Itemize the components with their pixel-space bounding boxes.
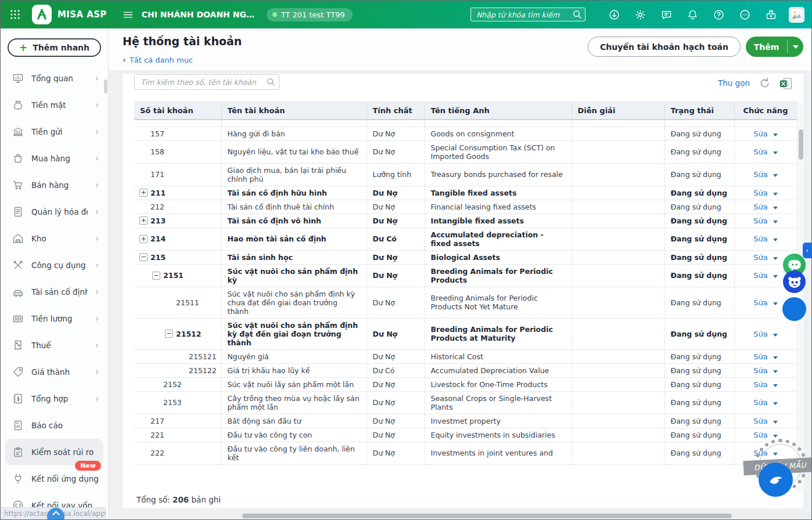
expand-toggle[interactable]: +: [139, 189, 148, 197]
column-header-6[interactable]: Chức năng: [734, 102, 797, 120]
column-header-0[interactable]: Số tài khoản: [134, 102, 221, 120]
edit-dropdown-caret[interactable]: [773, 421, 778, 424]
notifications-icon[interactable]: [685, 7, 700, 22]
edit-link[interactable]: Sửa: [753, 352, 767, 361]
sidebar-item-overview[interactable]: Tổng quan›: [5, 65, 103, 92]
sidebar-item-warehouse[interactable]: Kho›: [5, 225, 103, 252]
account-nature: Dư Có: [367, 228, 425, 250]
breadcrumb[interactable]: ‹ Tất cả danh mục: [123, 55, 193, 64]
edit-link[interactable]: Sửa: [753, 216, 767, 225]
download-icon[interactable]: [606, 7, 621, 22]
refresh-icon[interactable]: [758, 77, 772, 91]
feedback-icon[interactable]: [659, 7, 674, 22]
collapse-toggle[interactable]: −: [152, 272, 160, 280]
environment-badge[interactable]: TT 201 test TT99: [267, 8, 353, 21]
column-header-2[interactable]: Tính chất: [367, 102, 425, 120]
user-avatar[interactable]: [789, 7, 804, 23]
misa-logo[interactable]: [32, 5, 52, 24]
sidebar-item-invoice[interactable]: Quản lý hóa đơn›: [5, 198, 103, 225]
edit-dropdown-caret[interactable]: [773, 193, 778, 196]
edit-link[interactable]: Sửa: [753, 398, 767, 407]
collapse-toggle[interactable]: −: [165, 330, 173, 338]
column-header-3[interactable]: Tên tiếng Anh: [425, 102, 572, 120]
edit-link[interactable]: Sửa: [753, 366, 767, 375]
account-description: [572, 250, 664, 264]
edit-link[interactable]: Sửa: [753, 203, 767, 211]
sidebar-item-app-connect[interactable]: Kết nối ứng dụngNew: [5, 465, 103, 492]
global-search-input[interactable]: [470, 8, 585, 21]
edit-dropdown-caret[interactable]: [773, 302, 778, 305]
edit-dropdown-caret[interactable]: [773, 402, 778, 405]
sidebar-item-report[interactable]: Báo cáo: [5, 412, 103, 439]
edit-dropdown-caret[interactable]: [773, 356, 778, 359]
collapse-toggle[interactable]: −: [139, 253, 148, 261]
help-icon[interactable]: [711, 7, 726, 22]
account-description: [572, 186, 664, 200]
sidebar-item-sales[interactable]: Bán hàng›: [5, 172, 103, 198]
edit-link[interactable]: Sửa: [753, 298, 767, 307]
edit-link[interactable]: Sửa: [753, 253, 767, 262]
transfer-account-button[interactable]: Chuyển tài khoản hạch toán: [588, 37, 741, 57]
add-button[interactable]: Thêm: [746, 37, 803, 57]
edit-link[interactable]: Sửa: [753, 417, 767, 425]
edit-link[interactable]: Sửa: [753, 234, 767, 243]
quick-add-button[interactable]: + Thêm nhanh: [8, 38, 101, 57]
edit-dropdown-caret[interactable]: [773, 151, 778, 154]
table-search-input[interactable]: [134, 74, 279, 90]
edit-link[interactable]: Sửa: [753, 431, 767, 439]
account-number: 2152: [163, 380, 182, 389]
account-nature: Dư Nợ: [367, 377, 425, 391]
edit-link[interactable]: Sửa: [753, 380, 767, 389]
edit-dropdown-caret[interactable]: [773, 239, 778, 241]
table-scrollbar-thumb[interactable]: [799, 129, 803, 160]
add-dropdown-caret[interactable]: [788, 37, 803, 57]
column-header-1[interactable]: Tên tài khoản: [221, 102, 367, 120]
edit-dropdown-caret[interactable]: [773, 221, 778, 223]
horizontal-scrollbar-thumb[interactable]: [242, 514, 732, 518]
search-icon[interactable]: [265, 77, 276, 89]
account-name: Cây trồng theo mùa vụ hoặc lấy sản phẩm …: [221, 391, 367, 414]
search-icon[interactable]: [572, 9, 583, 22]
edit-dropdown-caret[interactable]: [773, 174, 778, 177]
edit-link[interactable]: Sửa: [753, 147, 767, 156]
sidebar-item-deposit[interactable]: Tiền gửi›: [5, 118, 103, 145]
edit-dropdown-caret[interactable]: [773, 435, 778, 438]
hamburger-menu-icon[interactable]: [121, 7, 136, 22]
edit-dropdown-caret[interactable]: [773, 133, 778, 136]
edit-dropdown-caret[interactable]: [773, 275, 778, 278]
sidebar-item-synthesis[interactable]: Tổng hợp›: [5, 385, 103, 412]
edit-link[interactable]: Sửa: [753, 170, 767, 179]
sidebar-item-payroll[interactable]: Tiền lương›: [5, 305, 103, 332]
edit-dropdown-caret[interactable]: [773, 257, 778, 260]
edit-link[interactable]: Sửa: [753, 129, 767, 138]
edit-link[interactable]: Sửa: [753, 189, 767, 197]
side-panel-expand-tab[interactable]: ›: [803, 243, 811, 258]
sidebar-item-purchase[interactable]: Mua hàng›: [5, 145, 103, 172]
assistant-bot-button[interactable]: [783, 270, 806, 293]
edit-dropdown-caret[interactable]: [773, 370, 778, 373]
edit-link[interactable]: Sửa: [753, 271, 767, 280]
more-icon[interactable]: [737, 7, 752, 22]
column-header-5[interactable]: Trạng thái: [664, 102, 734, 120]
edit-dropdown-caret[interactable]: [773, 207, 778, 210]
export-excel-icon[interactable]: [779, 77, 793, 91]
column-header-4[interactable]: Diễn giải: [572, 102, 664, 120]
sidebar-item-costing[interactable]: Giá thành›: [5, 359, 103, 385]
edit-dropdown-caret[interactable]: [773, 384, 778, 387]
sidebar-item-cash[interactable]: Tiền mặt›: [5, 92, 103, 118]
edit-dropdown-caret[interactable]: [773, 334, 778, 337]
misa-support-button[interactable]: [759, 463, 793, 497]
edit-link[interactable]: Sửa: [753, 330, 767, 338]
settings-icon[interactable]: [633, 7, 648, 22]
sidebar-item-tax[interactable]: Thuế›: [5, 332, 103, 359]
floating-action-button[interactable]: [782, 297, 806, 321]
apps-grid-icon[interactable]: [8, 7, 23, 22]
company-name[interactable]: CHI NHÁNH DOANH NGHIỆ...: [142, 10, 261, 19]
expand-toggle[interactable]: +: [139, 235, 148, 243]
sidebar-item-tools[interactable]: Công cụ dụng cụ›: [5, 252, 103, 279]
expand-toggle[interactable]: +: [139, 216, 148, 225]
collapse-rows-link[interactable]: Thu gọn: [718, 78, 750, 88]
sidebar-scrollbar-thumb[interactable]: [104, 80, 107, 93]
explore-icon[interactable]: [763, 7, 778, 22]
sidebar-item-fixed-asset[interactable]: Tài sản cố định›: [5, 279, 103, 305]
